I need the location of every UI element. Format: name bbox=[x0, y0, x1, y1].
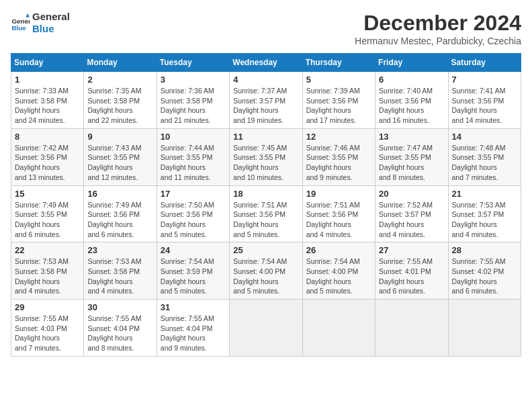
day-info: Sunrise: 7:55 AMSunset: 4:04 PMDaylight … bbox=[161, 314, 226, 353]
day-number: 28 bbox=[452, 245, 517, 255]
calendar-cell: 23 Sunrise: 7:53 AMSunset: 3:58 PMDaylig… bbox=[84, 242, 157, 300]
calendar-cell: 30 Sunrise: 7:55 AMSunset: 4:04 PMDaylig… bbox=[84, 300, 157, 357]
day-info: Sunrise: 7:49 AMSunset: 3:55 PMDaylight … bbox=[15, 200, 80, 240]
calendar-cell: 5 Sunrise: 7:39 AMSunset: 3:56 PMDayligh… bbox=[302, 72, 375, 129]
day-number: 22 bbox=[15, 245, 80, 255]
day-info: Sunrise: 7:46 AMSunset: 3:55 PMDaylight … bbox=[306, 143, 371, 183]
day-number: 25 bbox=[233, 245, 298, 255]
day-info: Sunrise: 7:33 AMSunset: 3:58 PMDaylight … bbox=[15, 86, 80, 126]
day-number: 5 bbox=[306, 75, 371, 85]
svg-text:Blue: Blue bbox=[11, 24, 26, 32]
calendar-week-2: 8 Sunrise: 7:42 AMSunset: 3:56 PMDayligh… bbox=[11, 128, 521, 185]
day-info: Sunrise: 7:39 AMSunset: 3:56 PMDaylight … bbox=[306, 86, 371, 126]
calendar-cell: 24 Sunrise: 7:54 AMSunset: 3:59 PMDaylig… bbox=[157, 242, 229, 300]
calendar-cell: 21 Sunrise: 7:53 AMSunset: 3:57 PMDaylig… bbox=[448, 185, 521, 242]
day-number: 11 bbox=[233, 132, 298, 142]
day-info: Sunrise: 7:55 AMSunset: 4:01 PMDaylight … bbox=[379, 257, 444, 296]
calendar-cell: 8 Sunrise: 7:42 AMSunset: 3:56 PMDayligh… bbox=[11, 128, 84, 185]
day-info: Sunrise: 7:44 AMSunset: 3:55 PMDaylight … bbox=[161, 143, 226, 183]
calendar-week-4: 22 Sunrise: 7:53 AMSunset: 3:58 PMDaylig… bbox=[11, 242, 521, 300]
header-friday: Friday bbox=[375, 54, 448, 72]
day-info: Sunrise: 7:42 AMSunset: 3:56 PMDaylight … bbox=[15, 143, 80, 183]
day-info: Sunrise: 7:35 AMSunset: 3:58 PMDaylight … bbox=[87, 86, 152, 126]
location: Hermanuv Mestec, Pardubicky, Czechia bbox=[355, 36, 521, 46]
day-info: Sunrise: 7:53 AMSunset: 3:57 PMDaylight … bbox=[452, 200, 517, 240]
title-block: December 2024 Hermanuv Mestec, Pardubick… bbox=[355, 11, 521, 46]
calendar-week-5: 29 Sunrise: 7:55 AMSunset: 4:03 PMDaylig… bbox=[11, 300, 521, 357]
day-info: Sunrise: 7:54 AMSunset: 4:00 PMDaylight … bbox=[306, 257, 371, 296]
day-number: 10 bbox=[161, 132, 226, 142]
calendar-cell: 16 Sunrise: 7:49 AMSunset: 3:56 PMDaylig… bbox=[84, 185, 157, 242]
day-number: 27 bbox=[379, 245, 444, 255]
day-info: Sunrise: 7:41 AMSunset: 3:56 PMDaylight … bbox=[452, 86, 517, 126]
day-number: 30 bbox=[87, 302, 152, 312]
day-info: Sunrise: 7:55 AMSunset: 4:04 PMDaylight … bbox=[87, 314, 152, 353]
day-number: 12 bbox=[306, 132, 371, 142]
calendar-cell bbox=[448, 300, 521, 357]
month-title: December 2024 bbox=[355, 11, 521, 36]
calendar-cell: 25 Sunrise: 7:54 AMSunset: 4:00 PMDaylig… bbox=[230, 242, 302, 300]
day-info: Sunrise: 7:43 AMSunset: 3:55 PMDaylight … bbox=[87, 143, 152, 183]
day-info: Sunrise: 7:36 AMSunset: 3:58 PMDaylight … bbox=[161, 86, 226, 126]
day-info: Sunrise: 7:50 AMSunset: 3:56 PMDaylight … bbox=[161, 200, 226, 240]
day-number: 13 bbox=[379, 132, 444, 142]
day-info: Sunrise: 7:51 AMSunset: 3:56 PMDaylight … bbox=[233, 200, 298, 240]
calendar-cell: 19 Sunrise: 7:51 AMSunset: 3:56 PMDaylig… bbox=[302, 185, 375, 242]
calendar-cell: 18 Sunrise: 7:51 AMSunset: 3:56 PMDaylig… bbox=[230, 185, 302, 242]
logo-line1: General bbox=[32, 11, 70, 23]
day-number: 8 bbox=[15, 132, 80, 142]
calendar-cell: 26 Sunrise: 7:54 AMSunset: 4:00 PMDaylig… bbox=[302, 242, 375, 300]
day-number: 29 bbox=[15, 302, 80, 312]
calendar-table: SundayMondayTuesdayWednesdayThursdayFrid… bbox=[11, 53, 521, 357]
calendar-week-3: 15 Sunrise: 7:49 AMSunset: 3:55 PMDaylig… bbox=[11, 185, 521, 242]
calendar-header-row: SundayMondayTuesdayWednesdayThursdayFrid… bbox=[11, 54, 521, 72]
calendar-cell: 9 Sunrise: 7:43 AMSunset: 3:55 PMDayligh… bbox=[84, 128, 157, 185]
calendar-cell: 27 Sunrise: 7:55 AMSunset: 4:01 PMDaylig… bbox=[375, 242, 448, 300]
header-monday: Monday bbox=[84, 54, 157, 72]
day-number: 9 bbox=[87, 132, 152, 142]
calendar-cell: 29 Sunrise: 7:55 AMSunset: 4:03 PMDaylig… bbox=[11, 300, 84, 357]
calendar-cell bbox=[375, 300, 448, 357]
day-number: 14 bbox=[452, 132, 517, 142]
day-number: 2 bbox=[87, 75, 152, 85]
day-number: 6 bbox=[379, 75, 444, 85]
calendar-cell bbox=[230, 300, 302, 357]
calendar-week-1: 1 Sunrise: 7:33 AMSunset: 3:58 PMDayligh… bbox=[11, 72, 521, 129]
day-number: 4 bbox=[233, 75, 298, 85]
header-saturday: Saturday bbox=[448, 54, 521, 72]
day-info: Sunrise: 7:55 AMSunset: 4:03 PMDaylight … bbox=[15, 314, 80, 353]
day-number: 3 bbox=[161, 75, 226, 85]
logo: General Blue General Blue bbox=[11, 11, 70, 35]
day-info: Sunrise: 7:53 AMSunset: 3:58 PMDaylight … bbox=[15, 257, 80, 296]
calendar-cell: 6 Sunrise: 7:40 AMSunset: 3:56 PMDayligh… bbox=[375, 72, 448, 129]
calendar-cell: 31 Sunrise: 7:55 AMSunset: 4:04 PMDaylig… bbox=[157, 300, 229, 357]
calendar-cell: 22 Sunrise: 7:53 AMSunset: 3:58 PMDaylig… bbox=[11, 242, 84, 300]
calendar-cell: 2 Sunrise: 7:35 AMSunset: 3:58 PMDayligh… bbox=[84, 72, 157, 129]
calendar-cell: 13 Sunrise: 7:47 AMSunset: 3:55 PMDaylig… bbox=[375, 128, 448, 185]
calendar-cell: 12 Sunrise: 7:46 AMSunset: 3:55 PMDaylig… bbox=[302, 128, 375, 185]
calendar-cell: 4 Sunrise: 7:37 AMSunset: 3:57 PMDayligh… bbox=[230, 72, 302, 129]
header-thursday: Thursday bbox=[302, 54, 375, 72]
calendar-cell: 10 Sunrise: 7:44 AMSunset: 3:55 PMDaylig… bbox=[157, 128, 229, 185]
header-wednesday: Wednesday bbox=[230, 54, 302, 72]
day-number: 7 bbox=[452, 75, 517, 85]
day-info: Sunrise: 7:40 AMSunset: 3:56 PMDaylight … bbox=[379, 86, 444, 126]
day-number: 17 bbox=[161, 189, 226, 199]
day-number: 31 bbox=[161, 302, 226, 312]
day-info: Sunrise: 7:49 AMSunset: 3:56 PMDaylight … bbox=[87, 200, 152, 240]
day-info: Sunrise: 7:53 AMSunset: 3:58 PMDaylight … bbox=[87, 257, 152, 296]
calendar-cell: 20 Sunrise: 7:52 AMSunset: 3:57 PMDaylig… bbox=[375, 185, 448, 242]
header-sunday: Sunday bbox=[11, 54, 84, 72]
day-info: Sunrise: 7:37 AMSunset: 3:57 PMDaylight … bbox=[233, 86, 298, 126]
day-info: Sunrise: 7:52 AMSunset: 3:57 PMDaylight … bbox=[379, 200, 444, 240]
day-info: Sunrise: 7:55 AMSunset: 4:02 PMDaylight … bbox=[452, 257, 517, 296]
day-number: 15 bbox=[15, 189, 80, 199]
calendar-cell: 14 Sunrise: 7:48 AMSunset: 3:55 PMDaylig… bbox=[448, 128, 521, 185]
calendar-cell: 7 Sunrise: 7:41 AMSunset: 3:56 PMDayligh… bbox=[448, 72, 521, 129]
day-number: 26 bbox=[306, 245, 371, 255]
page-header: General Blue General Blue December 2024 … bbox=[11, 11, 521, 46]
logo-icon: General Blue bbox=[11, 13, 30, 32]
calendar-cell bbox=[302, 300, 375, 357]
day-number: 24 bbox=[161, 245, 226, 255]
calendar-cell: 1 Sunrise: 7:33 AMSunset: 3:58 PMDayligh… bbox=[11, 72, 84, 129]
